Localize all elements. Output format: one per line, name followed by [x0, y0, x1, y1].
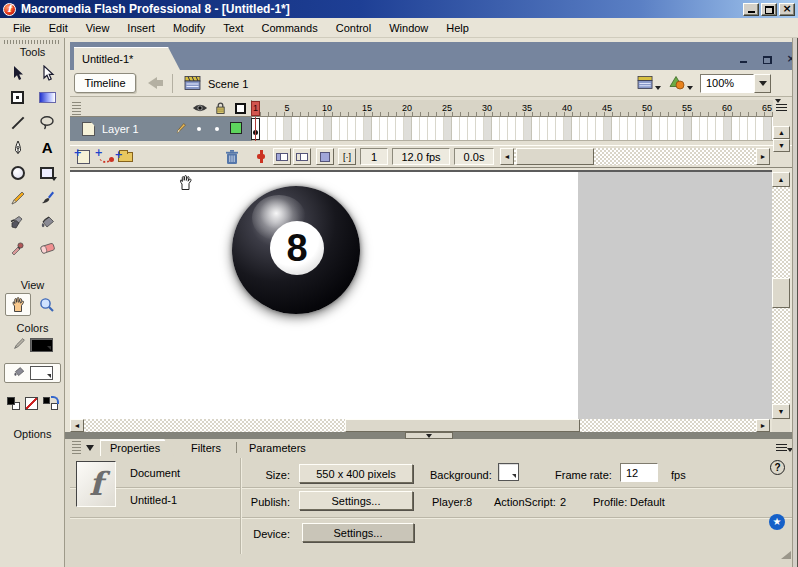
help-icon[interactable]: ?: [770, 460, 785, 475]
tools-panel-gripper[interactable]: [4, 40, 60, 44]
stage-scroll-up-button[interactable]: ▲: [772, 172, 790, 187]
onion-skin-button[interactable]: [273, 148, 291, 165]
pencil-tool-icon[interactable]: [5, 186, 31, 209]
selection-tool-icon[interactable]: [5, 61, 31, 84]
paint-bucket-tool-icon[interactable]: [34, 211, 60, 234]
eyedropper-tool-icon[interactable]: [5, 236, 31, 259]
delete-layer-button[interactable]: [223, 148, 241, 165]
fill-color-swatch[interactable]: [30, 366, 53, 380]
document-tab[interactable]: Untitled-1*: [74, 47, 180, 70]
document-tabbar: [70, 42, 792, 70]
accessibility-icon[interactable]: ★: [769, 514, 785, 530]
gradient-transform-tool-icon[interactable]: [34, 86, 60, 109]
free-transform-tool-icon[interactable]: [5, 86, 31, 109]
zoom-level-dropdown-button[interactable]: [754, 74, 771, 93]
stage-vscrollbar-thumb[interactable]: [772, 278, 790, 308]
brush-tool-icon[interactable]: [34, 186, 60, 209]
insert-layer-button[interactable]: +: [74, 148, 92, 165]
default-colors-button[interactable]: [7, 397, 20, 410]
onion-skin-outlines-button[interactable]: [293, 148, 311, 165]
timeline-toggle-button[interactable]: Timeline: [74, 73, 136, 93]
timeline-scroll-down-button[interactable]: ▼: [773, 139, 790, 152]
menu-control[interactable]: Control: [327, 19, 380, 37]
add-motion-guide-button[interactable]: +: [96, 148, 114, 165]
back-arrow-icon[interactable]: [148, 77, 157, 89]
tab-filters[interactable]: Filters: [182, 439, 235, 456]
menu-edit[interactable]: Edit: [40, 19, 77, 37]
layer-lock-toggle[interactable]: [215, 127, 219, 131]
onion-markers-icon: [·]: [343, 152, 351, 162]
menu-help[interactable]: Help: [437, 19, 478, 37]
device-settings-button[interactable]: Settings...: [302, 523, 414, 542]
edit-multiple-frames-button[interactable]: [316, 148, 334, 165]
swap-colors-button[interactable]: [43, 397, 58, 410]
eye-icon: [192, 103, 208, 113]
layer-folder-icon: +: [118, 152, 133, 162]
publish-settings-button[interactable]: Settings...: [299, 491, 413, 510]
lasso-tool-icon[interactable]: [34, 111, 60, 134]
layer-visibility-toggle[interactable]: [197, 127, 201, 131]
modify-onion-markers-button[interactable]: [·]: [338, 148, 356, 165]
stage-scroll-left-button[interactable]: ◄: [70, 419, 84, 432]
stage-scroll-right-button[interactable]: ►: [756, 419, 770, 432]
menu-insert[interactable]: Insert: [118, 19, 164, 37]
timeline-gripper[interactable]: [72, 102, 81, 115]
ink-bottle-tool-icon[interactable]: [5, 211, 31, 234]
frame-rate-display[interactable]: 12.0 fps: [392, 148, 450, 165]
show-all-layers-as-outlines-button[interactable]: [232, 101, 248, 115]
timeline-scrollbar-thumb[interactable]: [516, 148, 594, 165]
timeline-scroll-right-button[interactable]: ►: [756, 148, 770, 165]
restore-button[interactable]: [761, 3, 777, 16]
frame-rate-input[interactable]: [620, 463, 658, 482]
stage-hscrollbar-thumb[interactable]: [345, 419, 580, 432]
pen-tool-icon[interactable]: [5, 136, 31, 159]
text-tool-icon[interactable]: A: [34, 136, 60, 159]
menu-view[interactable]: View: [77, 19, 119, 37]
timeline-scroll-up-button[interactable]: ▲: [773, 126, 790, 139]
close-button[interactable]: ×: [779, 3, 795, 16]
layer-row[interactable]: Layer 1: [70, 117, 251, 141]
ruler-number: 5: [275, 103, 299, 113]
size-button[interactable]: 550 x 400 pixels: [299, 464, 413, 483]
document-type-label: Document: [130, 467, 180, 479]
edit-symbols-button[interactable]: [668, 74, 693, 90]
menu-window[interactable]: Window: [380, 19, 437, 37]
subselection-tool-icon[interactable]: [34, 61, 60, 84]
show-hide-all-layers-button[interactable]: [192, 101, 208, 115]
menu-file[interactable]: File: [4, 19, 40, 37]
zoom-level-combobox[interactable]: 100%: [700, 74, 754, 93]
panel-collapse-button[interactable]: [405, 432, 453, 439]
no-color-button[interactable]: [25, 397, 38, 410]
insert-layer-folder-button[interactable]: +: [116, 148, 134, 165]
eraser-tool-icon[interactable]: [34, 236, 60, 259]
line-tool-icon[interactable]: [5, 111, 31, 134]
layer-frames-track[interactable]: [252, 117, 773, 141]
timeline-scroll-left-button[interactable]: ◄: [500, 148, 514, 165]
tab-properties[interactable]: Properties: [100, 439, 174, 456]
properties-collapse-icon[interactable]: [86, 445, 94, 451]
rectangle-tool-icon[interactable]: [34, 161, 60, 184]
panel-resize-handle[interactable]: [781, 551, 791, 559]
stroke-color-swatch[interactable]: [30, 338, 53, 352]
menu-modify[interactable]: Modify: [164, 19, 214, 37]
playhead[interactable]: 1: [251, 101, 260, 116]
zoom-tool-icon[interactable]: [34, 293, 60, 316]
menu-commands[interactable]: Commands: [252, 19, 326, 37]
center-frame-button[interactable]: [255, 148, 267, 165]
tab-parameters[interactable]: Parameters: [240, 439, 320, 456]
properties-options-menu-icon[interactable]: [776, 443, 788, 452]
document-restore-button[interactable]: [760, 51, 774, 63]
flash-app-icon[interactable]: f: [3, 3, 16, 16]
menu-text[interactable]: Text: [214, 19, 252, 37]
document-minimize-button[interactable]: [736, 51, 750, 63]
lock-all-layers-button[interactable]: [212, 101, 228, 115]
properties-gripper[interactable]: [72, 441, 81, 454]
hand-tool-icon[interactable]: [5, 293, 31, 316]
minimize-button[interactable]: [743, 3, 759, 16]
eight-ball-object[interactable]: 8: [232, 186, 360, 314]
stage-scroll-down-button[interactable]: ▼: [772, 404, 790, 419]
layer-outline-color-swatch[interactable]: [230, 122, 242, 134]
oval-tool-icon[interactable]: [5, 161, 31, 184]
edit-scene-button[interactable]: [637, 75, 661, 90]
background-color-swatch[interactable]: [498, 463, 519, 481]
